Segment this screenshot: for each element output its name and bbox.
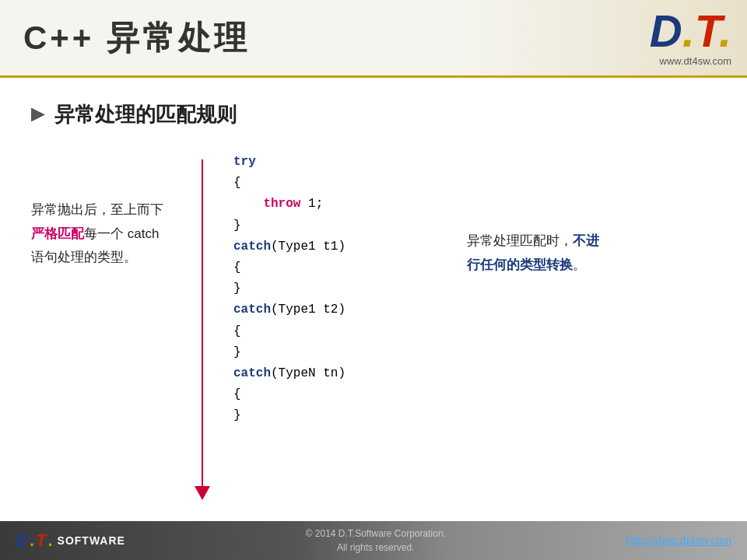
logo-dt: D.T. (650, 9, 731, 54)
bullet-section: 异常处理的匹配规则 (31, 101, 716, 128)
footer-copyright: © 2014 D.T.Software Corporation. All rig… (306, 527, 446, 555)
right-desc-line2: 行任何的类型转换。 (467, 254, 622, 278)
right-desc-line1: 异常处理匹配时，不进 (467, 229, 622, 254)
footer: D.T.Software © 2014 D.T.Software Corpora… (0, 521, 747, 560)
content-area: 异常抛出后，至上而下 严格匹配每一个 catch 语句处理的类型。 try { … (31, 152, 716, 500)
logo-dot2: . (719, 5, 731, 56)
left-desc-line3: 语句处理的类型。 (31, 246, 187, 270)
code-line-close3: } (233, 342, 436, 363)
bullet-icon (31, 108, 45, 122)
code-line-catchN: catch(TypeN tn) (233, 363, 436, 384)
vertical-line (202, 159, 203, 486)
right-highlight-blue2: 行任何的类型转换 (467, 257, 573, 272)
footer-logo-software: Software (58, 534, 125, 547)
main-content: 异常处理的匹配规则 异常抛出后，至上而下 严格匹配每一个 catch 语句处理的… (0, 78, 747, 529)
left-description: 异常抛出后，至上而下 严格匹配每一个 catch 语句处理的类型。 (31, 152, 187, 270)
code-line-close4: } (233, 405, 436, 426)
footer-logo: D.T.Software (16, 530, 125, 551)
code-line-throw: throw 1; (233, 194, 436, 215)
code-line-catch1: catch(Type1 t1) (233, 236, 436, 257)
left-highlight-red: 严格匹配 (31, 226, 84, 241)
code-line-open4: { (233, 384, 436, 405)
logo-url: www.dt4sw.com (660, 55, 731, 67)
page-title: C++ 异常处理 (23, 16, 250, 60)
footer-logo-dot1: . (30, 530, 34, 551)
arrow-area (187, 152, 218, 500)
code-line-close2: } (233, 278, 436, 299)
copyright-line2: All rights reserved. (306, 541, 446, 555)
right-desc-line3-rest: 。 (573, 257, 586, 272)
code-line-close1: } (233, 215, 436, 236)
right-highlight-blue1: 不进 (573, 233, 599, 248)
code-line-open2: { (233, 257, 436, 278)
footer-logo-d: D (16, 530, 28, 551)
left-desc-line2-rest: 每一个 catch (84, 226, 159, 241)
footer-logo-dot2: . (47, 530, 52, 551)
logo-t-letter: T (695, 5, 719, 56)
logo-area: D.T. www.dt4sw.com (650, 9, 731, 67)
logo-d-letter: D (650, 5, 682, 56)
code-block: try { throw 1; } catch(Type1 t1) { } cat… (218, 152, 451, 426)
code-line-open1: { (233, 173, 436, 194)
logo-dot1: . (682, 5, 695, 56)
code-line-open3: { (233, 321, 436, 342)
left-desc-line1: 异常抛出后，至上而下 (31, 198, 187, 222)
footer-logo-t: T (36, 530, 46, 551)
arrow-head (195, 486, 210, 500)
header: C++ 异常处理 D.T. www.dt4sw.com (0, 0, 747, 78)
code-line-try: try (233, 152, 436, 173)
code-line-catch2: catch(Type1 t2) (233, 299, 436, 320)
copyright-line1: © 2014 D.T.Software Corporation. (306, 527, 446, 541)
footer-link[interactable]: http://shop.dt4sw.com (626, 534, 731, 547)
left-desc-line2: 严格匹配每一个 catch (31, 222, 187, 247)
right-description: 异常处理匹配时，不进 行任何的类型转换。 (451, 152, 622, 277)
bullet-text: 异常处理的匹配规则 (54, 101, 237, 128)
